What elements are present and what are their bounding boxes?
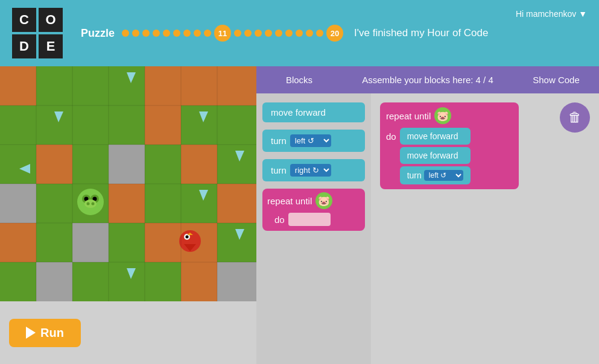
palette-slot xyxy=(288,213,331,226)
run-button[interactable]: Run xyxy=(9,319,81,347)
svg-rect-5 xyxy=(145,66,181,105)
svg-rect-41 xyxy=(217,184,256,223)
assembled-mf1-label: move forward xyxy=(407,131,458,141)
svg-rect-26 xyxy=(0,184,36,223)
dot-12 xyxy=(255,30,262,37)
logo-e: E xyxy=(39,34,63,58)
puzzle-dots-before: 11 20 xyxy=(122,25,343,42)
svg-rect-6 xyxy=(181,66,217,105)
dot-18 xyxy=(316,30,323,37)
svg-rect-42 xyxy=(0,223,36,262)
game-area: Run xyxy=(0,66,256,364)
svg-rect-45 xyxy=(109,223,145,262)
svg-point-34 xyxy=(84,199,97,208)
turn-right-text: turn xyxy=(271,165,287,175)
trash-button[interactable]: 🗑 xyxy=(560,102,590,133)
turn-left-text: turn xyxy=(271,136,287,146)
dot-15 xyxy=(285,30,293,37)
svg-rect-46 xyxy=(145,223,181,262)
user-greeting: Hi mamchenkov ▼ xyxy=(516,9,587,19)
svg-rect-23 xyxy=(181,145,217,184)
puzzle-label: Puzzle xyxy=(81,27,115,40)
logo: C O D E xyxy=(12,8,63,58)
assembled-do-label: do xyxy=(386,131,396,142)
code-area: Blocks Assemble your blocks here: 4 / 4 … xyxy=(256,66,599,364)
move-forward-label: move forward xyxy=(271,107,326,118)
svg-rect-39 xyxy=(181,184,217,223)
block-move-forward[interactable]: move forward xyxy=(262,102,365,122)
assembled-mf2-label: move forward xyxy=(407,151,458,160)
turn-left-select[interactable]: left ↺ right ↻ xyxy=(290,134,331,147)
turn-right-select[interactable]: right ↻ left ↺ xyxy=(290,164,331,177)
dot-13 xyxy=(265,30,272,37)
dot-1 xyxy=(122,30,129,37)
svg-rect-9 xyxy=(36,105,72,145)
tab-assemble[interactable]: Assemble your blocks here: 4 / 4 xyxy=(342,66,513,93)
svg-rect-17 xyxy=(0,145,36,184)
svg-rect-56 xyxy=(36,262,72,301)
svg-rect-1 xyxy=(36,66,72,105)
svg-rect-7 xyxy=(217,66,256,105)
tab-blocks[interactable]: Blocks xyxy=(256,66,342,93)
logo-d: D xyxy=(12,34,36,58)
header: C O D E Puzzle 11 20 I've xyxy=(0,0,599,66)
assembled-turn-label: turn xyxy=(407,171,422,180)
code-content: move forward turn left ↺ right ↻ turn ri… xyxy=(256,93,599,364)
svg-rect-24 xyxy=(217,145,256,184)
dot-9 xyxy=(204,30,211,37)
logo-c: C xyxy=(12,8,36,32)
main: Run Blocks Assemble your blocks here: 4 … xyxy=(0,66,599,364)
do-blocks: move forward move forward turn left ↺ ri… xyxy=(400,128,471,184)
block-repeat-until[interactable]: repeat until 🐷 do xyxy=(262,189,365,231)
svg-point-36 xyxy=(92,202,95,206)
pig-icon-palette: 🐷 xyxy=(315,192,332,209)
trash-icon: 🗑 xyxy=(568,110,582,125)
svg-rect-27 xyxy=(36,184,72,223)
assembled-turn-select[interactable]: left ↺ right ↻ xyxy=(424,170,463,181)
assembled-turn-left[interactable]: turn left ↺ right ↻ xyxy=(400,166,471,184)
dot-8 xyxy=(194,30,201,37)
assembled-repeat-label: repeat until xyxy=(386,111,431,121)
block-turn-left[interactable]: turn left ↺ right ↻ xyxy=(262,130,365,152)
svg-rect-44 xyxy=(72,223,109,262)
svg-rect-0 xyxy=(0,66,36,105)
svg-rect-21 xyxy=(109,145,145,184)
assembled-move-forward-1[interactable]: move forward xyxy=(400,128,471,145)
svg-rect-2 xyxy=(72,66,109,105)
dot-16 xyxy=(296,30,303,37)
assembled-move-forward-2[interactable]: move forward xyxy=(400,147,471,164)
pig-icon-assembled: 🐷 xyxy=(434,107,451,124)
svg-point-35 xyxy=(87,202,90,206)
logo-o: O xyxy=(39,8,63,32)
svg-rect-8 xyxy=(0,105,36,145)
game-canvas xyxy=(0,66,256,301)
dot-2 xyxy=(132,30,139,37)
dot-active-20[interactable]: 20 xyxy=(326,25,343,42)
svg-rect-3 xyxy=(109,66,145,105)
svg-rect-19 xyxy=(36,145,72,184)
svg-rect-11 xyxy=(72,105,109,145)
dot-7 xyxy=(183,30,191,37)
svg-rect-22 xyxy=(145,145,181,184)
user-info[interactable]: Hi mamchenkov ▼ xyxy=(516,9,587,19)
dot-5 xyxy=(163,30,170,37)
assemble-panel: repeat until 🐷 do move forward move forw… xyxy=(371,93,599,364)
assembled-repeat-block[interactable]: repeat until 🐷 do move forward move forw… xyxy=(380,102,519,189)
svg-rect-61 xyxy=(181,262,217,301)
finished-text: I've finished my Hour of Code xyxy=(354,27,488,39)
svg-point-50 xyxy=(186,236,189,239)
run-triangle-icon xyxy=(26,327,36,339)
blocks-panel: move forward turn left ↺ right ↻ turn ri… xyxy=(256,93,371,364)
svg-rect-13 xyxy=(145,105,181,145)
svg-rect-58 xyxy=(109,262,145,301)
block-turn-right[interactable]: turn right ↻ left ↺ xyxy=(262,159,365,181)
svg-rect-60 xyxy=(145,262,181,301)
game-svg xyxy=(0,66,256,301)
dot-active-11[interactable]: 11 xyxy=(214,25,231,42)
svg-rect-14 xyxy=(181,105,217,145)
run-label: Run xyxy=(40,326,64,340)
dot-10 xyxy=(234,30,241,37)
dot-14 xyxy=(275,30,282,37)
svg-rect-43 xyxy=(36,223,72,262)
tab-show-code[interactable]: Show Code xyxy=(513,66,599,93)
